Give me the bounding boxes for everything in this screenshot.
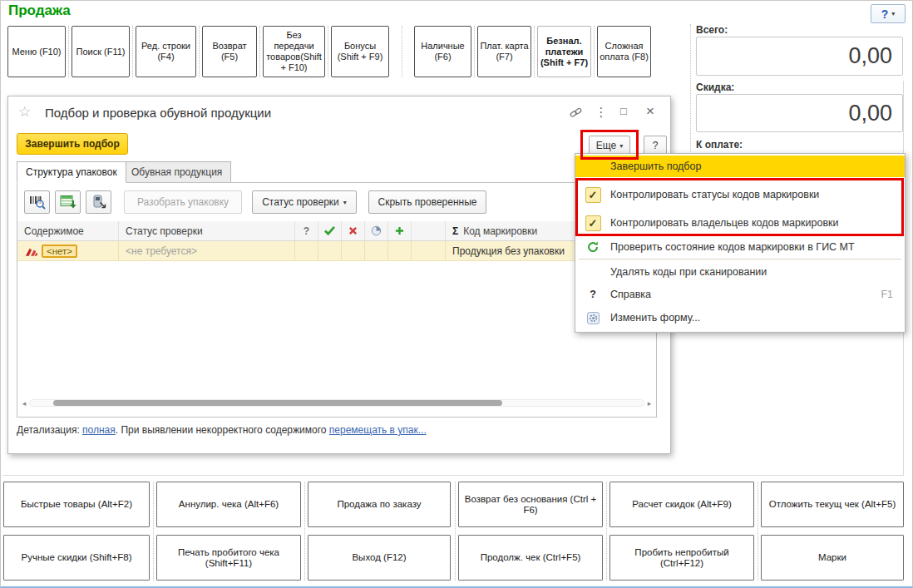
gear-icon bbox=[587, 312, 600, 324]
menu-item-label: Завершить подбор bbox=[610, 161, 701, 172]
toolbar-separator bbox=[402, 26, 402, 77]
menu-item-label: Удалять коды при сканировании bbox=[610, 266, 767, 278]
selection-dialog: ☆ Подбор и проверка обувной продукции ⋮ … bbox=[7, 96, 671, 454]
detail-label: Детализация: bbox=[17, 424, 80, 436]
more-dropdown-menu: Завершить подбор ✓ Контролировать статус… bbox=[575, 153, 906, 333]
disassemble-package-button: Разобрать упаковку bbox=[124, 190, 242, 214]
scroll-left-icon[interactable]: ◂ bbox=[19, 399, 29, 408]
kebab-menu-icon[interactable]: ⋮ bbox=[593, 105, 609, 120]
col-header-question[interactable]: ? bbox=[295, 221, 318, 241]
row-cell-empty[interactable] bbox=[412, 241, 446, 261]
move-to-package-link[interactable]: перемещать в упак... bbox=[329, 424, 427, 436]
return-no-basis-button[interactable]: Возврат без основания (Ctrl + F6) bbox=[458, 482, 603, 527]
hide-checked-button[interactable]: Скрыть проверенные bbox=[368, 190, 486, 214]
hold-receipt-button[interactable]: Отложить текущ чек (Alt+F5) bbox=[761, 482, 904, 527]
toolbar-separator bbox=[132, 26, 133, 77]
horizontal-scrollbar[interactable]: ◂ ▸ bbox=[19, 398, 654, 408]
close-icon[interactable]: × bbox=[642, 103, 659, 120]
menu-item-label: Контролировать владельцев кодов маркиров… bbox=[610, 217, 838, 229]
row-cell-checked[interactable] bbox=[318, 241, 342, 261]
shoes-icon bbox=[24, 245, 38, 257]
exit-button[interactable]: Выход (F12) bbox=[308, 535, 451, 581]
scan-barcode-button[interactable] bbox=[24, 190, 50, 214]
void-receipt-button[interactable]: Аннулир. чека (Alt+F6) bbox=[156, 482, 301, 527]
more-button-label: Еще bbox=[596, 140, 616, 151]
detail-level-link[interactable]: полная bbox=[82, 424, 116, 436]
restore-window-icon[interactable]: □ bbox=[615, 105, 632, 117]
toolbar-separator bbox=[594, 26, 595, 77]
row-cell-question[interactable] bbox=[295, 241, 318, 261]
continue-receipt-button[interactable]: Продолж. чек (Ctrl+F5) bbox=[458, 535, 603, 581]
no-transfer-button[interactable]: Без передачи товаров(Shift + F10) bbox=[263, 26, 325, 77]
complex-pay-button[interactable]: Сложная оплата (F8) bbox=[597, 26, 651, 77]
favorite-star-icon[interactable]: ☆ bbox=[18, 103, 31, 121]
manual-discounts-button[interactable]: Ручные скидки (Shift+F8) bbox=[3, 535, 150, 581]
finish-selection-button[interactable]: Завершить подбор bbox=[17, 133, 128, 155]
col-header-status[interactable]: Статус проверки bbox=[119, 221, 295, 241]
search-button[interactable]: Поиск (F11) bbox=[72, 26, 130, 77]
col-header-empty[interactable] bbox=[412, 221, 446, 241]
menu-item-finish-selection[interactable]: Завершить подбор bbox=[575, 156, 905, 177]
tab-package-structure[interactable]: Структура упаковок bbox=[17, 161, 126, 183]
total-field[interactable]: 0,00 bbox=[696, 37, 903, 76]
discount-value: 0,00 bbox=[848, 101, 892, 126]
bonuses-button[interactable]: Бонусы (Shift + F9) bbox=[331, 26, 389, 77]
menu-item-check-gis-mt[interactable]: Проверить состояние кодов маркировки в Г… bbox=[575, 237, 905, 257]
dialog-title: Подбор и проверка обувной продукции bbox=[45, 106, 271, 120]
menu-item-control-statuses[interactable]: ✓ Контролировать статусы кодов маркировк… bbox=[575, 180, 905, 209]
menu-item-delete-codes[interactable]: Удалять коды при сканировании bbox=[575, 261, 905, 283]
scrollbar-thumb[interactable] bbox=[53, 400, 502, 406]
stamps-button[interactable]: Марки bbox=[761, 535, 904, 581]
return-button[interactable]: Возврат (F5) bbox=[202, 26, 257, 77]
col-header-failed[interactable] bbox=[342, 221, 365, 241]
row-content-value[interactable]: <нет> bbox=[42, 245, 77, 258]
col-header-pending[interactable] bbox=[365, 221, 388, 241]
menu-item-label: Изменить форму... bbox=[610, 312, 700, 324]
get-link-icon[interactable] bbox=[567, 106, 584, 121]
check-status-dropdown[interactable]: Статус проверки ▾ bbox=[252, 190, 357, 214]
checkbox-checked-icon[interactable]: ✓ bbox=[585, 215, 601, 231]
col-header-checked[interactable] bbox=[318, 221, 342, 241]
discount-field[interactable]: 0,00 bbox=[696, 94, 903, 132]
menu-item-change-form[interactable]: Изменить форму... bbox=[575, 306, 905, 329]
col-header-added[interactable] bbox=[388, 221, 412, 241]
page-title: Продажа bbox=[8, 2, 71, 19]
calc-discounts-button[interactable]: Расчет скидок (Alt+F9) bbox=[609, 482, 754, 527]
tab-content: Разобрать упаковку Статус проверки ▾ Скр… bbox=[17, 182, 657, 418]
punch-unpunched-button[interactable]: Пробить непробитый (Ctrl+F12) bbox=[609, 535, 754, 581]
cash-button[interactable]: Наличные (F6) bbox=[414, 26, 471, 77]
sigma-icon: Σ bbox=[452, 225, 458, 237]
menu-item-help[interactable]: ? Справка F1 bbox=[575, 283, 905, 306]
tab-footwear-products[interactable]: Обувная продукция bbox=[122, 161, 231, 183]
scrollbar-track[interactable] bbox=[29, 399, 644, 407]
quick-goods-button[interactable]: Быстрые товары (Alt+F2) bbox=[3, 482, 150, 527]
cashless-button[interactable]: Безнал. платежи (Shift + F7) bbox=[537, 26, 591, 77]
plus-icon bbox=[395, 226, 404, 235]
global-help-button[interactable]: ? ▾ bbox=[871, 4, 906, 23]
col-header-marking-label: Код маркировки bbox=[463, 225, 537, 237]
row-cell-content[interactable]: <нет> bbox=[17, 241, 119, 261]
sale-by-order-button[interactable]: Продажа по заказу bbox=[308, 482, 451, 527]
load-rows-button[interactable] bbox=[55, 190, 81, 214]
row-cell-added[interactable] bbox=[388, 241, 412, 261]
card-button[interactable]: Плат. карта (F7) bbox=[477, 26, 531, 77]
col-header-content[interactable]: Содержимое bbox=[17, 221, 119, 241]
menu-item-label: Справка bbox=[610, 289, 651, 300]
check-status-label: Статус проверки bbox=[262, 196, 339, 208]
check-icon bbox=[324, 226, 335, 235]
bottom-separator bbox=[758, 482, 758, 581]
help-icon: ? bbox=[584, 289, 602, 300]
menu-separator bbox=[579, 259, 901, 259]
menu-button[interactable]: Меню (F10) bbox=[7, 26, 66, 77]
row-cell-failed[interactable] bbox=[342, 241, 365, 261]
checkbox-checked-icon[interactable]: ✓ bbox=[585, 187, 601, 203]
row-cell-status[interactable]: <не требуется> bbox=[119, 241, 295, 261]
row-cell-pending[interactable] bbox=[365, 241, 388, 261]
scroll-right-icon[interactable]: ▸ bbox=[644, 399, 654, 408]
print-receipt-button[interactable]: Печать пробитого чека (Shift+F11) bbox=[156, 535, 301, 581]
menu-item-control-owners[interactable]: ✓ Контролировать владельцев кодов маркир… bbox=[575, 209, 905, 237]
detail-footer: Детализация: полная. При выявлении некор… bbox=[17, 424, 427, 436]
bottom-separator bbox=[153, 482, 154, 581]
data-terminal-button[interactable] bbox=[86, 190, 111, 214]
edit-row-button[interactable]: Ред. строки (F4) bbox=[136, 26, 196, 77]
